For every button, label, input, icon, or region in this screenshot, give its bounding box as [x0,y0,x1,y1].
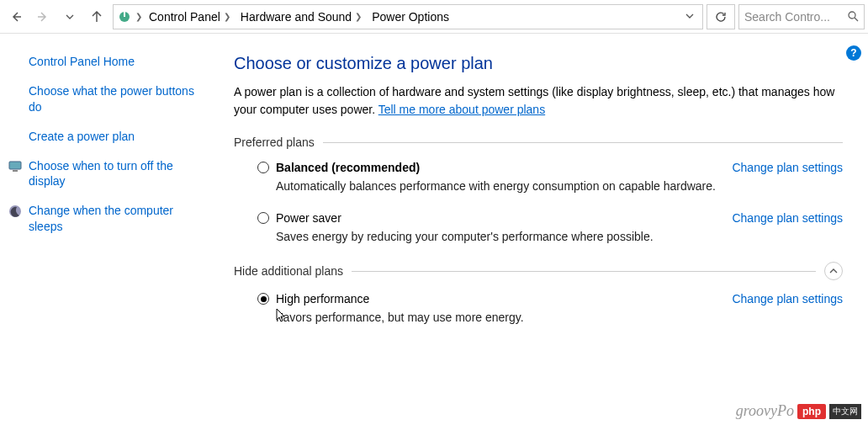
chevron-right-icon: ❯ [135,12,142,21]
plan-balanced: Balanced (recommended) Change plan setti… [234,161,843,193]
plan-power-saver: Power saver Change plan settings Saves e… [234,211,843,243]
plan-description: Favors performance, but may use more ene… [276,311,843,324]
moon-icon [8,205,22,218]
svg-rect-3 [9,162,21,169]
svg-rect-4 [13,170,18,172]
radio-icon [257,162,269,173]
breadcrumb[interactable]: Power Options [368,8,453,25]
arrow-right-icon [37,11,49,23]
sidebar-item-sleep[interactable]: Change when the computer sleeps [29,203,207,235]
plan-description: Automatically balances performance with … [276,179,843,193]
change-settings-link[interactable]: Change plan settings [732,211,843,225]
plan-radio-power-saver[interactable]: Power saver [257,211,341,225]
content-area: Control Panel Home Choose what the power… [0,34,868,425]
radio-icon [257,293,269,305]
toolbar: ❯ Control Panel❯ Hardware and Sound❯ Pow… [0,0,868,34]
up-button[interactable] [84,4,109,29]
refresh-icon [715,11,727,23]
plan-description: Saves energy by reducing your computer's… [276,230,843,243]
plan-high-performance: High performance Change plan settings Fa… [234,292,843,324]
watermark: groovyPo php 中文网 [736,402,861,420]
monitor-icon [8,160,22,173]
svg-rect-1 [124,12,125,17]
page-description: A power plan is a collection of hardware… [234,83,843,119]
refresh-button[interactable] [707,4,735,29]
back-button[interactable] [3,4,29,29]
arrow-left-icon [10,11,22,23]
address-dropdown[interactable] [680,12,699,22]
address-bar[interactable]: ❯ Control Panel❯ Hardware and Sound❯ Pow… [113,4,703,29]
search-placeholder: Search Contro... [744,10,843,24]
section-preferred-plans: Preferred plans [234,135,843,149]
chevron-down-icon [66,13,74,21]
chevron-right-icon: ❯ [224,12,230,21]
page-title: Choose or customize a power plan [234,54,843,73]
collapse-button[interactable] [824,262,843,280]
breadcrumb[interactable]: Control Panel❯ [146,8,234,25]
chevron-up-icon [829,267,838,275]
change-settings-link[interactable]: Change plan settings [732,161,843,174]
sidebar: Control Panel Home Choose what the power… [0,34,217,425]
main-panel: ? Choose or customize a power plan A pow… [217,34,868,425]
forward-button[interactable] [30,4,56,29]
sidebar-item-create-plan[interactable]: Create a power plan [29,129,207,145]
sidebar-item-home[interactable]: Control Panel Home [29,54,207,70]
power-options-icon [117,9,132,24]
section-additional-plans: Hide additional plans [234,262,843,280]
breadcrumb[interactable]: Hardware and Sound❯ [237,8,365,25]
arrow-up-icon [91,11,103,23]
change-settings-link[interactable]: Change plan settings [732,292,843,305]
sidebar-item-display-off[interactable]: Choose when to turn off the display [29,158,207,190]
radio-icon [257,212,269,224]
help-icon[interactable]: ? [846,45,861,61]
search-input[interactable]: Search Contro... [738,4,865,29]
plan-radio-high-performance[interactable]: High performance [257,292,369,305]
plan-radio-balanced[interactable]: Balanced (recommended) [257,161,420,174]
recent-dropdown-button[interactable] [57,4,82,29]
sidebar-item-power-buttons[interactable]: Choose what the power buttons do [29,83,207,115]
chevron-right-icon: ❯ [355,12,362,21]
chevron-down-icon [685,12,694,20]
search-icon [848,11,859,22]
learn-more-link[interactable]: Tell me more about power plans [378,103,545,116]
svg-point-2 [849,12,855,19]
